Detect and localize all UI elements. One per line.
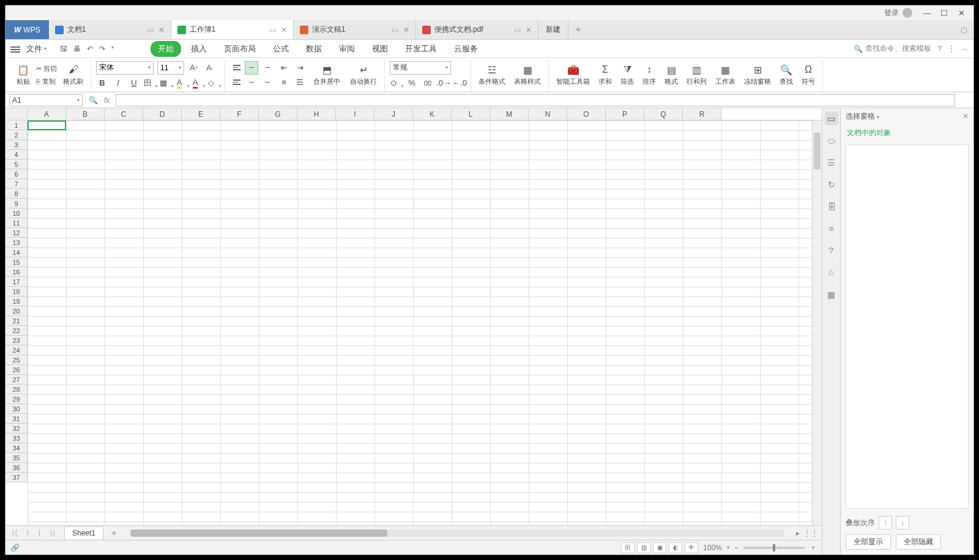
row-header[interactable]: 12 xyxy=(6,228,28,238)
column-header[interactable]: K xyxy=(413,108,452,120)
row-header[interactable]: 34 xyxy=(6,443,28,453)
bold-button[interactable]: B xyxy=(96,77,108,89)
find-button[interactable]: 🔍查找 xyxy=(777,64,795,86)
row-header[interactable]: 37 xyxy=(6,473,28,482)
file-menu[interactable]: 文件▾ xyxy=(26,43,47,54)
font-color-button[interactable]: A xyxy=(192,77,204,89)
minimize-button[interactable]: — xyxy=(918,7,936,19)
tab-close-icon[interactable]: ✕ xyxy=(403,26,409,34)
sheet-nav-last[interactable]: ⟩⟩ xyxy=(47,529,58,537)
paste-button[interactable]: 📋粘贴 xyxy=(14,64,32,86)
row-header[interactable]: 16 xyxy=(6,267,28,277)
print-icon[interactable]: 🖶 xyxy=(73,45,81,53)
trace-icon[interactable]: 🔍 xyxy=(89,96,98,105)
tab-window-icon[interactable]: ▭ xyxy=(147,26,154,34)
bring-forward-button[interactable]: ↑ xyxy=(879,516,892,529)
row-header[interactable]: 6 xyxy=(6,169,28,179)
collapse-ribbon-icon[interactable]: ︿ xyxy=(961,43,969,54)
selection-pane-header[interactable]: 选择窗格 ▾ xyxy=(846,111,879,122)
currency-icon[interactable]: ⊙ xyxy=(390,77,402,89)
tab-close-icon[interactable]: ✕ xyxy=(158,26,165,34)
column-header[interactable]: P xyxy=(606,108,644,120)
filter-button[interactable]: ⧩筛选 xyxy=(618,64,636,86)
tab-window-icon[interactable]: ▭ xyxy=(269,26,276,34)
tab-overflow-button[interactable]: ▢ xyxy=(954,20,973,39)
decrease-decimal-icon[interactable]: ←.0 xyxy=(453,77,466,89)
row-header[interactable]: 21 xyxy=(6,316,28,326)
dock-select-pane-icon[interactable]: ▭ xyxy=(825,112,838,125)
dock-settings-icon[interactable]: ≡ xyxy=(825,222,838,235)
app-badge[interactable]: W WPS xyxy=(6,20,49,39)
row-header[interactable]: 14 xyxy=(6,248,28,257)
column-header[interactable]: H xyxy=(297,108,336,120)
column-header[interactable]: G xyxy=(259,108,297,120)
row-header[interactable]: 17 xyxy=(6,277,28,287)
worksheet-button[interactable]: ▦工作表 xyxy=(713,64,738,86)
tab-window-icon[interactable]: ▭ xyxy=(514,26,521,34)
cell-style-button[interactable]: ▦ xyxy=(160,77,172,89)
column-header[interactable]: D xyxy=(143,108,182,120)
sheet-nav-next[interactable]: ⟩ xyxy=(35,529,43,537)
row-header[interactable]: 2 xyxy=(6,130,28,140)
increase-font-icon[interactable]: A+ xyxy=(188,62,200,74)
row-header[interactable]: 22 xyxy=(6,326,28,336)
view-pagebreak-icon[interactable]: ▥ xyxy=(637,542,650,553)
column-header[interactable]: E xyxy=(182,108,220,120)
row-header[interactable]: 19 xyxy=(6,297,28,306)
ribbon-tab-review[interactable]: 审阅 xyxy=(332,41,362,57)
name-box[interactable]: A1▾ xyxy=(9,94,83,106)
ribbon-tab-view[interactable]: 视图 xyxy=(365,41,395,57)
row-header[interactable]: 32 xyxy=(6,424,28,433)
doc-tab-pdf[interactable]: 便携式文档.pdf ▭ ✕ xyxy=(416,20,538,39)
tab-window-icon[interactable]: ▭ xyxy=(392,26,398,34)
row-header[interactable]: 36 xyxy=(6,463,28,473)
undo-icon[interactable]: ↶ xyxy=(87,45,93,53)
avatar-icon[interactable] xyxy=(903,8,912,18)
row-header[interactable]: 29 xyxy=(6,394,28,404)
ribbon-tab-formula[interactable]: 公式 xyxy=(266,41,296,57)
hscroll-right-icon[interactable]: ▸ xyxy=(796,529,800,537)
row-header[interactable]: 10 xyxy=(6,208,28,218)
align-top-left[interactable] xyxy=(230,61,244,75)
ribbon-tab-dev[interactable]: 开发工具 xyxy=(398,41,444,57)
row-header[interactable]: 13 xyxy=(6,238,28,248)
doc-tab-sheet[interactable]: 工作簿1 ▭ ✕ xyxy=(171,20,294,39)
column-header[interactable]: B xyxy=(66,108,105,120)
add-sheet-button[interactable]: ＋ xyxy=(110,528,118,539)
row-header[interactable]: 25 xyxy=(6,355,28,365)
percent-icon[interactable]: % xyxy=(406,77,418,89)
borders-button[interactable]: 田 xyxy=(144,77,156,89)
comma-style-icon[interactable]: 00 xyxy=(422,77,434,89)
row-header[interactable]: 15 xyxy=(6,257,28,267)
justify-icon[interactable]: ≡ xyxy=(278,76,290,89)
symbol-button[interactable]: Ω符号 xyxy=(799,64,817,86)
hamburger-icon[interactable] xyxy=(10,45,20,53)
row-header[interactable]: 1 xyxy=(6,120,28,130)
smart-toolbox-button[interactable]: 🧰智能工具箱 xyxy=(554,64,592,86)
login-link[interactable]: 登录 xyxy=(884,8,899,18)
sheet-nav-first[interactable]: ⟨⟨ xyxy=(9,529,20,537)
row-header[interactable]: 27 xyxy=(6,375,28,385)
ribbon-tab-data[interactable]: 数据 xyxy=(299,41,329,57)
ribbon-tab-start[interactable]: 开始 xyxy=(151,41,181,57)
column-header[interactable]: C xyxy=(105,108,143,120)
view-pagelayout-icon[interactable]: ▣ xyxy=(653,542,666,553)
select-all-corner[interactable] xyxy=(6,108,28,120)
increase-indent-icon[interactable]: ⇥ xyxy=(294,62,306,74)
dock-star-icon[interactable]: ☆ xyxy=(825,266,838,279)
maximize-button[interactable]: ☐ xyxy=(936,7,953,19)
copy-button[interactable]: ⎘复制 xyxy=(36,77,57,86)
show-all-button[interactable]: 全部显示 xyxy=(846,534,891,550)
zoom-out-button[interactable]: − xyxy=(734,543,739,552)
dock-layers-icon[interactable]: ☰ xyxy=(825,156,838,169)
column-header[interactable]: O xyxy=(567,108,606,120)
conditional-format-button[interactable]: ☳条件格式 xyxy=(476,64,508,86)
hscroll-thumb[interactable] xyxy=(130,529,387,537)
send-backward-button[interactable]: ↓ xyxy=(896,516,909,529)
font-size-input[interactable] xyxy=(160,64,179,72)
row-header[interactable]: 28 xyxy=(6,385,28,394)
ribbon-tab-cloud[interactable]: 云服务 xyxy=(447,41,485,57)
column-header[interactable]: N xyxy=(529,108,567,120)
row-header[interactable]: 5 xyxy=(6,160,28,169)
column-header[interactable]: R xyxy=(683,108,721,120)
